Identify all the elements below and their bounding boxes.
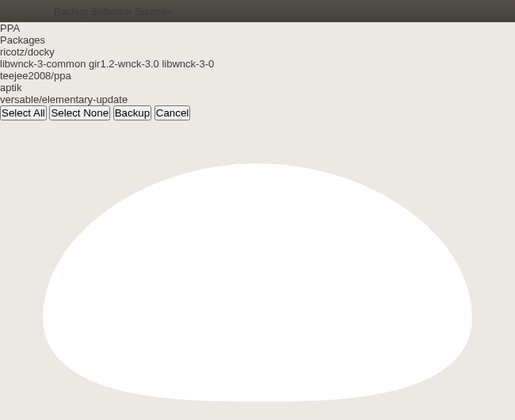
backup-button[interactable]: Backup (113, 105, 151, 120)
row-ppa: teejee2008/ppa (0, 70, 515, 82)
titlebar: Backup Software Sources (0, 0, 515, 22)
content-area: PPA Packages ricotz/dockylibwnck-3-commo… (0, 22, 515, 120)
mushroom-icon (0, 120, 515, 420)
close-icon[interactable] (6, 6, 17, 17)
header-packages[interactable]: Packages (0, 34, 515, 46)
table-row[interactable]: teejee2008/ppaaptik (0, 70, 515, 94)
row-ppa: versable/elementary-update (0, 94, 515, 105)
list-header: PPA Packages (0, 22, 515, 46)
watermark: 黑区网络 www.hcrqu.com (0, 120, 515, 420)
select-all-button[interactable]: Select All (0, 105, 47, 120)
table-row[interactable]: ricotz/dockylibwnck-3-common gir1.2-wnck… (0, 46, 515, 70)
table-row[interactable]: versable/elementary-update (0, 94, 515, 105)
maximize-icon[interactable] (38, 6, 49, 17)
ppa-list: PPA Packages ricotz/dockylibwnck-3-commo… (0, 22, 515, 105)
window-title: Backup Software Sources (54, 6, 173, 17)
row-ppa: ricotz/docky (0, 46, 515, 58)
row-packages: aptik (0, 82, 515, 94)
cancel-button[interactable]: Cancel (154, 105, 191, 120)
minimize-icon[interactable] (22, 6, 33, 17)
select-none-button[interactable]: Select None (49, 105, 110, 120)
header-ppa[interactable]: PPA (0, 22, 515, 34)
button-bar: Select All Select None Backup Cancel (0, 105, 515, 120)
row-packages: libwnck-3-common gir1.2-wnck-3.0 libwnck… (0, 58, 515, 70)
list-rows: ricotz/dockylibwnck-3-common gir1.2-wnck… (0, 46, 515, 105)
